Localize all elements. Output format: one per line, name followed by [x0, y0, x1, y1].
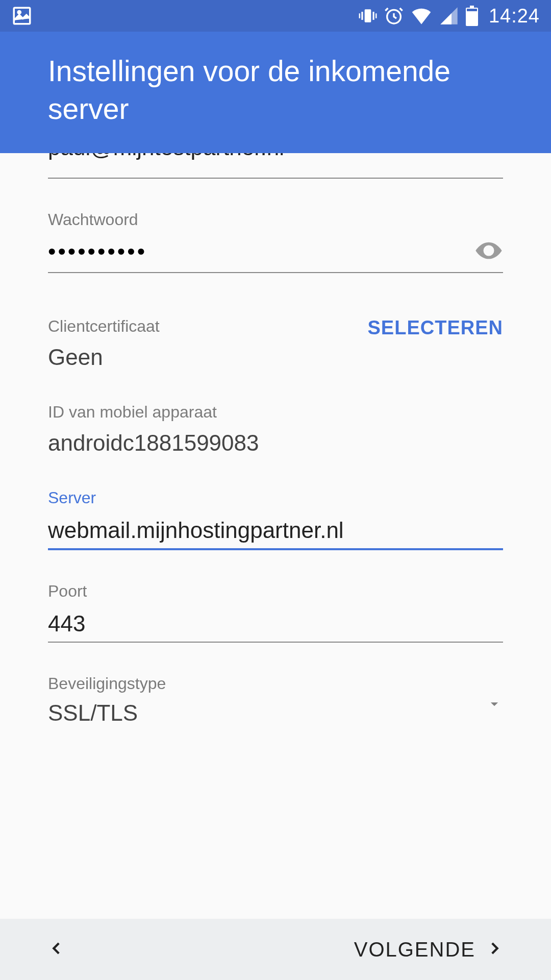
- svg-rect-5: [359, 13, 360, 18]
- security-type-label: Beveiligingstype: [48, 674, 503, 693]
- port-label: Poort: [48, 582, 503, 601]
- client-cert-row: Clientcertificaat Geen SELECTEREN: [48, 317, 503, 371]
- password-masked-value: ••••••••••: [48, 240, 474, 263]
- form-content: paul@mijntestpartner.nl Wachtwoord •••••…: [0, 153, 551, 919]
- chevron-down-icon: [486, 695, 503, 715]
- footer-bar: VOLGENDE: [0, 919, 551, 980]
- status-time: 14:24: [489, 5, 540, 27]
- wifi-icon: [410, 5, 433, 27]
- password-field-block: Wachtwoord ••••••••••: [48, 210, 503, 273]
- device-id-block: ID van mobiel apparaat androidc188159908…: [48, 403, 503, 457]
- svg-point-11: [486, 248, 492, 254]
- email-value: paul@mijntestpartner.nl: [48, 153, 503, 160]
- alarm-icon: [384, 6, 404, 26]
- select-cert-button[interactable]: SELECTEREN: [368, 317, 503, 339]
- svg-rect-9: [470, 6, 474, 8]
- security-type-select[interactable]: SSL/TLS: [48, 700, 503, 731]
- client-cert-value: Geen: [48, 343, 160, 371]
- server-label: Server: [48, 488, 503, 507]
- server-field-block: Server: [48, 488, 503, 550]
- device-id-value: androidc1881599083: [48, 429, 503, 457]
- security-type-value: SSL/TLS: [48, 700, 138, 726]
- vibrate-icon: [358, 6, 378, 26]
- server-input[interactable]: [48, 514, 503, 550]
- next-button[interactable]: VOLGENDE: [354, 938, 503, 961]
- chevron-right-icon: [486, 940, 503, 959]
- port-input[interactable]: [48, 608, 503, 643]
- signal-icon: [439, 6, 459, 26]
- eye-icon[interactable]: [474, 236, 503, 267]
- next-button-label: VOLGENDE: [354, 938, 475, 961]
- client-cert-label: Clientcertificaat: [48, 317, 160, 336]
- battery-icon: [465, 6, 479, 26]
- svg-rect-6: [375, 13, 377, 18]
- password-field[interactable]: ••••••••••: [48, 236, 503, 273]
- page-title: Instellingen voor de inkomende server: [48, 52, 503, 128]
- port-field-block: Poort: [48, 582, 503, 643]
- svg-rect-3: [361, 12, 363, 20]
- device-id-label: ID van mobiel apparaat: [48, 403, 503, 422]
- svg-rect-4: [372, 12, 374, 20]
- status-bar: 14:24: [0, 0, 551, 32]
- password-label: Wachtwoord: [48, 210, 503, 229]
- svg-point-1: [18, 11, 20, 13]
- picture-icon: [11, 5, 33, 27]
- svg-rect-10: [467, 9, 477, 11]
- security-type-block: Beveiligingstype SSL/TLS: [48, 674, 503, 731]
- app-header: Instellingen voor de inkomende server: [0, 32, 551, 153]
- email-field[interactable]: paul@mijntestpartner.nl: [48, 153, 503, 179]
- svg-rect-2: [365, 9, 371, 22]
- back-button[interactable]: [48, 940, 65, 959]
